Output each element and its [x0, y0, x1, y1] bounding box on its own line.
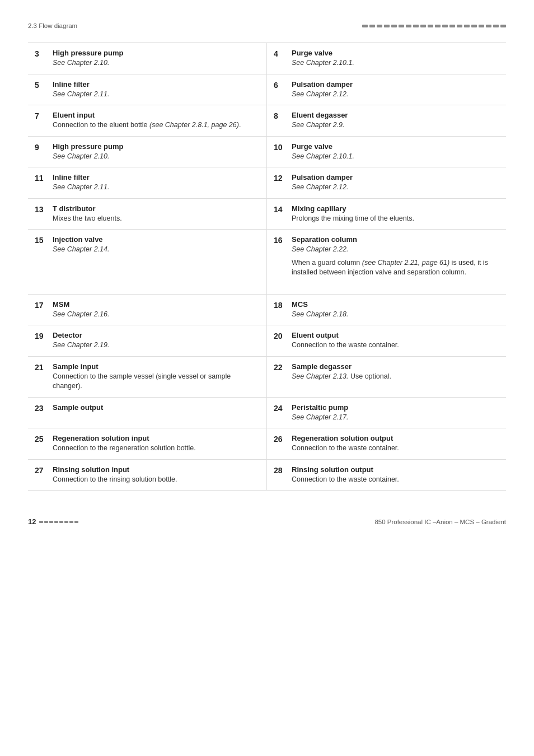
footer-dot — [74, 521, 78, 523]
item-desc: See Chapter 2.12. — [292, 90, 499, 100]
footer-dot — [59, 521, 63, 523]
item-content: MSM See Chapter 2.16. — [53, 300, 260, 320]
item-number: 8 — [274, 111, 286, 130]
item-28: 28 Rinsing solution output Connection to… — [267, 460, 506, 491]
item-title: Eluent degasser — [292, 111, 499, 119]
item-desc: Prolongs the mixing time of the eluents. — [292, 214, 499, 224]
footer-dot — [49, 521, 53, 523]
item-number: 14 — [274, 204, 286, 224]
header-dot — [384, 25, 390, 27]
item-7: 7 Eluent input Connection to the eluent … — [28, 105, 267, 137]
item-desc: See Chapter 2.19. — [53, 340, 260, 351]
item-18: 18 MCS See Chapter 2.18. — [267, 295, 506, 326]
item-19: 19 Detector See Chapter 2.19. — [28, 325, 267, 357]
item-content: Detector See Chapter 2.19. — [53, 331, 260, 351]
item-content: T distributor Mixes the two eluents. — [53, 204, 260, 224]
item-desc: See Chapter 2.10. — [53, 58, 260, 68]
item-number: 17 — [35, 300, 47, 320]
item-title: Rinsing solution output — [292, 465, 499, 474]
item-3: 3 High pressure pump See Chapter 2.10. — [28, 43, 267, 74]
item-content: Eluent degasser See Chapter 2.9. — [292, 111, 499, 130]
item-number: 22 — [274, 362, 286, 391]
item-title: Purge valve — [292, 49, 499, 57]
item-number: 3 — [35, 49, 47, 68]
item-title: MSM — [53, 300, 260, 309]
item-desc-extra: When a guard column (see Chapter 2.21, p… — [292, 258, 499, 278]
item-desc: See Chapter 2.10.1. — [292, 152, 499, 162]
item-5: 5 Inline filter See Chapter 2.11. — [28, 74, 267, 106]
item-content: High pressure pump See Chapter 2.10. — [53, 142, 260, 162]
header-dot — [493, 25, 499, 27]
item-number: 11 — [35, 173, 47, 193]
item-title: Eluent input — [53, 111, 260, 119]
header-dot — [362, 25, 368, 27]
item-desc: See Chapter 2.9. — [292, 120, 499, 130]
item-number: 27 — [35, 465, 47, 485]
item-number: 10 — [274, 142, 286, 162]
item-13: 13 T distributor Mixes the two eluents. — [28, 199, 267, 230]
item-15: 15 Injection valve See Chapter 2.14. — [28, 230, 267, 295]
item-content: Pulsation damper See Chapter 2.12. — [292, 173, 499, 193]
item-title: Inline filter — [53, 80, 260, 88]
item-desc: Connection to the regeneration solution … — [53, 444, 260, 454]
item-desc: See Chapter 2.14. — [53, 245, 260, 255]
item-number: 16 — [274, 235, 286, 288]
item-desc-primary: See Chapter 2.22. — [292, 245, 499, 255]
page-number: 12 — [28, 517, 36, 526]
item-content: Sample degasser See Chapter 2.13. Use op… — [292, 362, 499, 391]
footer-dot — [39, 521, 43, 523]
document-title: 850 Professional IC –Anion – MCS – Gradi… — [374, 519, 506, 525]
item-desc: Mixes the two eluents. — [53, 214, 260, 224]
item-number: 13 — [35, 204, 47, 224]
header-dot — [471, 25, 477, 27]
item-content: Eluent input Connection to the eluent bo… — [53, 111, 260, 130]
header-dot — [464, 25, 470, 27]
item-content: Inline filter See Chapter 2.11. — [53, 173, 260, 193]
item-desc: See Chapter 2.16. — [53, 310, 260, 320]
item-10: 10 Purge valve See Chapter 2.10.1. — [267, 137, 506, 168]
item-title: Peristaltic pump — [292, 403, 499, 412]
item-title: Detector — [53, 331, 260, 339]
item-22: 22 Sample degasser See Chapter 2.13. Use… — [267, 357, 506, 398]
item-number: 21 — [35, 362, 47, 391]
item-26: 26 Regeneration solution output Connecti… — [267, 428, 506, 460]
item-number: 23 — [35, 403, 47, 423]
item-number: 24 — [274, 403, 286, 423]
item-number: 15 — [35, 235, 47, 255]
footer-decoration — [39, 521, 78, 523]
item-title: Regeneration solution output — [292, 434, 499, 442]
item-content: Peristaltic pump See Chapter 2.17. — [292, 403, 499, 423]
item-content: Regeneration solution output Connection … — [292, 434, 499, 454]
item-title: Rinsing solution input — [53, 465, 260, 474]
item-number: 12 — [274, 173, 286, 193]
item-title: Inline filter — [53, 173, 260, 181]
footer-left: 12 — [28, 517, 78, 526]
item-desc: See Chapter 2.17. — [292, 413, 499, 423]
item-content: Rinsing solution output Connection to th… — [292, 465, 499, 485]
section-label: 2.3 Flow diagram — [28, 22, 77, 29]
item-4: 4 Purge valve See Chapter 2.10.1. — [267, 43, 506, 74]
content-grid: 3 High pressure pump See Chapter 2.10. 4… — [28, 43, 506, 491]
header-dot — [377, 25, 382, 27]
item-desc: See Chapter 2.10. — [53, 152, 260, 162]
item-content: Sample input Connection to the sample ve… — [53, 362, 260, 391]
item-desc: Connection to the sample vessel (single … — [53, 372, 260, 391]
item-number: 7 — [35, 111, 47, 130]
page: 2.3 Flow diagram 3 — [0, 0, 534, 559]
item-desc: Connection to the eluent bottle (see Cha… — [53, 120, 260, 130]
footer-dot — [69, 521, 73, 523]
item-desc: See Chapter 2.11. — [53, 183, 260, 193]
item-title: High pressure pump — [53, 142, 260, 151]
item-desc: Connection to the waste container. — [292, 340, 499, 351]
item-title: Sample output — [53, 403, 260, 412]
item-desc: Connection to the waste container. — [292, 475, 499, 485]
item-desc: Connection to the rinsing solution bottl… — [53, 475, 260, 485]
item-number: 5 — [35, 80, 47, 100]
header-dot — [500, 25, 506, 27]
page-header: 2.3 Flow diagram — [28, 22, 506, 29]
item-content: Sample output — [53, 403, 260, 423]
item-content: Purge valve See Chapter 2.10.1. — [292, 142, 499, 162]
header-dot — [420, 25, 426, 27]
item-desc: See Chapter 2.12. — [292, 183, 499, 193]
item-number: 4 — [274, 49, 286, 68]
